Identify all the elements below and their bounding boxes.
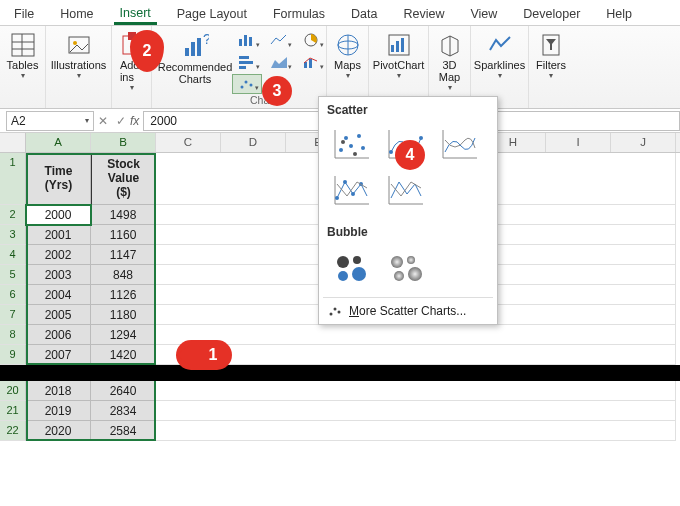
col-header[interactable]: J [611,133,676,152]
enter-formula-icon[interactable]: ✓ [112,114,130,128]
tab-insert[interactable]: Insert [114,1,157,25]
table-icon [10,32,36,58]
scatter-smooth-option[interactable] [433,123,485,167]
bar-chart-button[interactable] [232,52,262,72]
tab-file[interactable]: File [8,2,40,25]
row-header[interactable]: 6 [0,285,26,305]
maps-button[interactable]: Maps▾ [332,30,363,82]
cell[interactable]: 2000 [26,205,91,225]
bubble-option[interactable] [325,245,377,289]
cell[interactable]: 2002 [26,245,91,265]
row-header[interactable]: 9 [0,345,26,365]
tab-data[interactable]: Data [345,2,383,25]
tab-view[interactable]: View [464,2,503,25]
cell[interactable]: 848 [91,265,156,285]
cell[interactable]: 2019 [26,401,91,421]
scatter-chart-button[interactable] [232,74,262,94]
cell[interactable]: 2640 [91,381,156,401]
cell[interactable]: 1126 [91,285,156,305]
cell[interactable] [156,325,676,345]
col-header[interactable]: B [91,133,156,152]
line-chart-button[interactable] [264,30,294,50]
tab-page-layout[interactable]: Page Layout [171,2,253,25]
sparklines-button[interactable]: Sparklines▾ [472,30,527,82]
svg-rect-0 [12,34,34,56]
row-header[interactable]: 5 [0,265,26,285]
cell[interactable]: 2007 [26,345,91,365]
bubble-3d-icon [385,250,425,284]
globe-icon [335,32,361,58]
pie-chart-button[interactable] [296,30,326,50]
cell[interactable]: 2020 [26,421,91,441]
filters-button[interactable]: Filters▾ [534,30,568,82]
scatter-chart-icon [238,77,256,91]
scatter-smooth-icon [439,128,479,162]
row-header[interactable]: 1 [0,153,26,205]
cell[interactable]: 2834 [91,401,156,421]
cell[interactable]: 2003 [26,265,91,285]
bubble-3d-option[interactable] [379,245,431,289]
row-header[interactable]: 20 [0,381,26,401]
svg-point-54 [335,196,339,200]
col-header[interactable]: D [221,133,286,152]
svg-point-55 [343,180,347,184]
svg-point-66 [394,271,404,281]
scatter-straight-markers-option[interactable] [325,169,377,213]
scatter-plain-option[interactable] [325,123,377,167]
area-chart-button[interactable] [264,52,294,72]
cell[interactable]: 2004 [26,285,91,305]
cell[interactable]: 1420 [91,345,156,365]
cell[interactable]: 2001 [26,225,91,245]
more-scatter-icon [327,304,343,318]
col-header[interactable]: I [546,133,611,152]
row-header[interactable]: 22 [0,421,26,441]
tab-developer[interactable]: Developer [517,2,586,25]
row-header[interactable]: 4 [0,245,26,265]
row-header[interactable]: 7 [0,305,26,325]
cancel-formula-icon[interactable]: ✕ [94,114,112,128]
more-scatter-charts-button[interactable]: More Scatter Charts... [319,300,497,320]
cell[interactable] [156,421,676,441]
cell[interactable] [156,381,676,401]
cell[interactable]: 1160 [91,225,156,245]
tab-formulas[interactable]: Formulas [267,2,331,25]
tables-button[interactable]: Tables▾ [5,30,41,82]
combo-chart-button[interactable] [296,52,326,72]
cell[interactable]: 1180 [91,305,156,325]
svg-rect-16 [239,56,249,59]
recommended-charts-button[interactable]: ? Recommended Charts [158,30,232,87]
cell[interactable]: 1147 [91,245,156,265]
3d-map-button[interactable]: 3D Map▾ [435,30,465,94]
select-all-cell[interactable] [0,133,26,152]
row-header[interactable]: 21 [0,401,26,421]
cell[interactable]: 1294 [91,325,156,345]
tab-home[interactable]: Home [54,2,99,25]
spreadsheet-lower[interactable]: 20 2018 2640 21 2019 2834 22 2020 2584 [0,381,680,441]
column-chart-button[interactable] [232,30,262,50]
illustrations-button[interactable]: Illustrations▾ [49,30,109,82]
cell[interactable]: 2018 [26,381,91,401]
row-header[interactable]: 3 [0,225,26,245]
col-header[interactable]: C [156,133,221,152]
cell[interactable] [156,401,676,421]
callout-1: 1 [176,340,232,370]
name-box[interactable]: A2▾ [6,111,94,131]
row-header[interactable]: 8 [0,325,26,345]
header-cell-b[interactable]: Stock Value ($) [91,153,156,205]
cell[interactable] [156,345,676,365]
col-header[interactable]: A [26,133,91,152]
header-cell-a[interactable]: Time (Yrs) [26,153,91,205]
area-chart-icon [270,55,288,69]
cell[interactable]: 2006 [26,325,91,345]
row-header[interactable]: 2 [0,205,26,225]
scatter-straight-option[interactable] [379,169,431,213]
bubble-section-title: Bubble [327,225,489,239]
svg-rect-18 [239,66,246,69]
cell[interactable]: 1498 [91,205,156,225]
cell[interactable]: 2584 [91,421,156,441]
tab-review[interactable]: Review [397,2,450,25]
cell[interactable]: 2005 [26,305,91,325]
pivotchart-button[interactable]: PivotChart▾ [371,30,426,82]
fx-icon[interactable]: fx [130,114,143,128]
tab-help[interactable]: Help [600,2,638,25]
